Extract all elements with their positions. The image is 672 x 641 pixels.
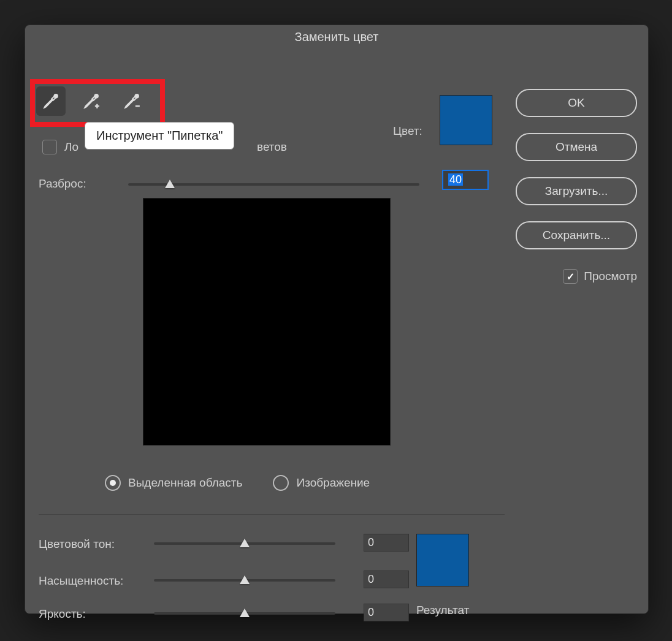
replace-color-dialog: Заменить цвет Инструмент "Пипетка" Ло xx… bbox=[25, 25, 649, 614]
localized-colors-label-left: Ло bbox=[64, 140, 78, 154]
preview-checkbox[interactable] bbox=[563, 269, 578, 284]
hue-label: Цветовой тон: bbox=[39, 537, 115, 551]
hue-input[interactable]: 0 bbox=[364, 534, 409, 552]
source-color-swatch[interactable] bbox=[440, 95, 492, 145]
radio-dot-icon bbox=[105, 475, 121, 491]
saturation-label: Насыщенность: bbox=[39, 574, 123, 588]
saturation-slider[interactable] bbox=[154, 579, 335, 582]
hue-slider[interactable] bbox=[154, 542, 335, 545]
svg-point-0 bbox=[54, 94, 57, 97]
radio-dot-icon bbox=[273, 475, 289, 491]
load-button[interactable]: Загрузить... bbox=[516, 177, 637, 205]
svg-point-1 bbox=[94, 94, 97, 97]
slider-thumb-icon bbox=[240, 609, 250, 617]
fuzziness-input[interactable]: 40 bbox=[442, 170, 489, 190]
lightness-slider[interactable] bbox=[154, 612, 335, 615]
saturation-input[interactable]: 0 bbox=[364, 571, 409, 588]
eyedropper-add-tool[interactable] bbox=[77, 86, 106, 116]
preview-label: Просмотр bbox=[584, 270, 637, 283]
save-button[interactable]: Сохранить... bbox=[516, 221, 637, 249]
dialog-title: Заменить цвет bbox=[25, 25, 648, 48]
fuzziness-slider[interactable] bbox=[128, 183, 419, 186]
ok-button[interactable]: OK bbox=[516, 89, 637, 117]
slider-thumb-icon bbox=[240, 539, 250, 547]
lightness-label: Яркость: bbox=[39, 607, 86, 621]
result-label: Результат bbox=[416, 604, 469, 617]
selection-preview bbox=[143, 198, 391, 446]
eyedropper-subtract-tool[interactable] bbox=[117, 86, 147, 116]
svg-point-2 bbox=[135, 94, 138, 97]
radio-selection-label: Выделенная область bbox=[128, 476, 242, 490]
radio-image[interactable]: Изображение bbox=[273, 475, 370, 491]
slider-thumb-icon bbox=[165, 180, 175, 188]
eyedropper-tool[interactable] bbox=[36, 86, 66, 116]
radio-selection[interactable]: Выделенная область bbox=[105, 475, 242, 491]
eyedropper-tooltip: Инструмент "Пипетка" bbox=[85, 122, 234, 150]
source-color-label: Цвет: bbox=[393, 124, 422, 138]
eyedropper-icon bbox=[42, 93, 59, 110]
result-color-swatch[interactable] bbox=[416, 534, 469, 586]
radio-image-label: Изображение bbox=[296, 476, 370, 490]
localized-colors-label-right: ветов bbox=[257, 140, 287, 154]
separator bbox=[39, 514, 505, 515]
eyedropper-add-icon bbox=[83, 93, 100, 110]
localized-colors-checkbox[interactable] bbox=[42, 140, 57, 154]
slider-thumb-icon bbox=[240, 575, 250, 584]
eyedropper-subtract-icon bbox=[123, 93, 140, 110]
lightness-input[interactable]: 0 bbox=[364, 604, 409, 621]
cancel-button[interactable]: Отмена bbox=[516, 133, 637, 161]
fuzziness-label: Разброс: bbox=[39, 177, 86, 191]
